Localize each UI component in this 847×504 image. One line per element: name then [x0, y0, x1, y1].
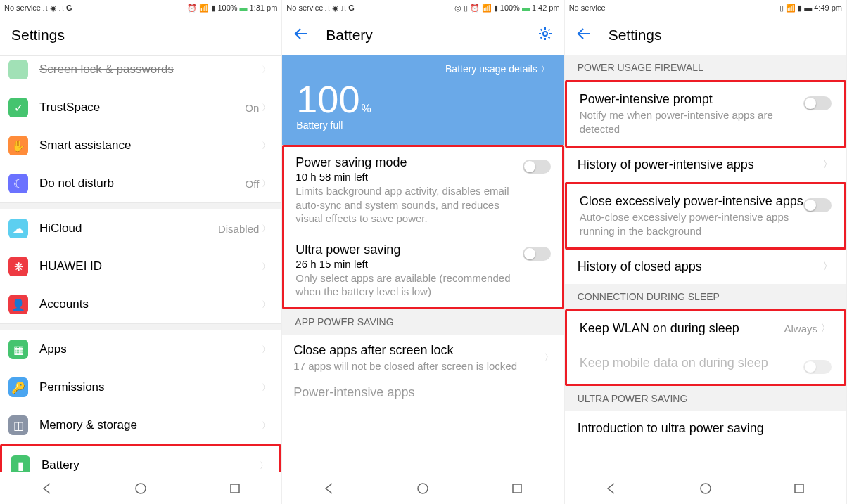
- chevron-right-icon: 〉: [820, 321, 832, 336]
- wifi-icon: 📶: [482, 4, 492, 13]
- gear-icon[interactable]: [537, 26, 553, 45]
- google-icon: G: [66, 4, 72, 12]
- ultra-power-saving[interactable]: Ultra power saving 26 h 15 min left Only…: [284, 234, 561, 307]
- status-bar: No service ⎍ ◉ ⎍ G ⏰ 📶 ▮ 100% ▬ 1:31 pm: [0, 0, 281, 15]
- usb-icon-2: ⎍: [341, 4, 346, 12]
- power-saving-mode[interactable]: Power saving mode 10 h 58 min left Limit…: [284, 147, 561, 234]
- hand-icon: ✋: [8, 136, 28, 155]
- cloud-icon: ☁: [8, 219, 28, 238]
- item-trustspace[interactable]: ✓TrustSpaceOn〉: [0, 89, 281, 127]
- highlight-box: Power saving mode 10 h 58 min left Limit…: [282, 145, 563, 309]
- highlight-box: Keep WLAN on during sleep Always 〉 Keep …: [565, 309, 846, 386]
- storage-icon: ◫: [8, 415, 28, 435]
- grid-icon: ▦: [8, 340, 28, 359]
- back-button[interactable]: [576, 26, 592, 45]
- battery-hero[interactable]: Battery usage details 〉 100% Battery ful…: [282, 55, 563, 145]
- settings-content[interactable]: POWER USAGE FIREWALL Power-intensive pro…: [565, 55, 846, 472]
- usb-icon: ⎍: [325, 4, 330, 12]
- clock: 1:42 pm: [532, 4, 560, 12]
- item-battery[interactable]: ▮Battery〉: [2, 446, 279, 472]
- nav-recent[interactable]: [785, 474, 813, 503]
- back-button[interactable]: [293, 26, 309, 45]
- usb-icon-2: ⎍: [59, 4, 64, 12]
- chevron-right-icon: 〉: [262, 140, 270, 152]
- page-title: Battery: [326, 27, 373, 44]
- signal-icon: ▮: [211, 4, 215, 13]
- nav-back[interactable]: [315, 474, 343, 503]
- battery-usage-details-link[interactable]: Battery usage details 〉: [296, 63, 549, 76]
- power-intensive-prompt[interactable]: Power-intensive promptNotify me when pow…: [567, 82, 844, 146]
- battery-icon: ▮: [11, 455, 30, 472]
- svg-point-3: [418, 484, 428, 493]
- battery-icon: ▬: [804, 4, 812, 12]
- signal-icon: ▮: [494, 4, 498, 13]
- keep-wlan-sleep[interactable]: Keep WLAN on during sleep Always 〉: [567, 311, 844, 346]
- section-power-usage-firewall: POWER USAGE FIREWALL: [565, 55, 846, 80]
- history-power-intensive[interactable]: History of power-intensive apps 〉: [565, 148, 846, 182]
- nav-home[interactable]: [127, 474, 155, 503]
- power-saving-toggle[interactable]: [523, 160, 551, 174]
- chevron-right-icon: 〉: [544, 351, 553, 363]
- nav-back[interactable]: [33, 474, 61, 503]
- svg-rect-1: [231, 484, 239, 493]
- chevron-right-icon: 〉: [262, 223, 270, 235]
- nav-bar: [565, 472, 846, 504]
- sync-icon: ◉: [50, 4, 57, 13]
- item-hicloud[interactable]: ☁HiCloudDisabled〉: [0, 209, 281, 247]
- usb-icon: ⎍: [43, 4, 48, 12]
- battery-percent: 100%: [217, 4, 237, 12]
- battery-icon: ▬: [522, 4, 530, 12]
- alarm-icon: ⏰: [187, 4, 197, 13]
- network-status: No service: [569, 4, 606, 12]
- intro-ultra-power[interactable]: Introduction to ultra power saving: [565, 411, 846, 439]
- screen-settings-main: No service ⎍ ◉ ⎍ G ⏰ 📶 ▮ 100% ▬ 1:31 pm …: [0, 0, 282, 504]
- signal-icon: ▮: [798, 4, 802, 13]
- nav-home[interactable]: [692, 474, 720, 503]
- highlight-box: ▮Battery〉: [0, 444, 281, 472]
- user-icon: 👤: [8, 295, 28, 314]
- battery-full-label: Battery full: [296, 119, 549, 131]
- close-excessive-toggle[interactable]: [803, 198, 832, 212]
- location-icon: ◎: [454, 4, 461, 13]
- network-status: No service: [286, 4, 323, 12]
- sync-icon: ◉: [332, 4, 339, 13]
- nav-recent[interactable]: [221, 474, 249, 503]
- title-bar: Battery: [282, 15, 563, 55]
- battery-icon: ▬: [240, 4, 248, 12]
- nav-home[interactable]: [409, 474, 437, 503]
- chevron-right-icon: 〉: [822, 259, 834, 274]
- battery-percent-large: 100: [296, 78, 359, 120]
- pip-toggle[interactable]: [803, 96, 832, 110]
- svg-point-0: [136, 484, 146, 493]
- network-status: No service: [4, 4, 41, 12]
- nav-back[interactable]: [597, 474, 625, 503]
- close-excessive-apps[interactable]: Close excessively power-intensive appsAu…: [567, 184, 844, 247]
- chevron-right-icon: 〉: [822, 157, 834, 172]
- settings-list[interactable]: Screen lock & passwords〉 ✓TrustSpaceOn〉 …: [0, 55, 281, 472]
- moon-icon: ☾: [8, 174, 28, 193]
- huawei-icon: ❋: [8, 257, 28, 276]
- ultra-power-toggle[interactable]: [523, 247, 551, 261]
- highlight-box: Power-intensive promptNotify me when pow…: [565, 80, 846, 148]
- item-apps[interactable]: ▦Apps〉: [0, 330, 281, 368]
- vibrate-icon: ▯: [779, 4, 784, 13]
- item-smart-assistance[interactable]: ✋Smart assistance〉: [0, 127, 281, 164]
- item-huawei-id[interactable]: ❋HUAWEI ID〉: [0, 247, 281, 285]
- power-intensive-apps-partial[interactable]: Power-intensive apps: [282, 381, 563, 400]
- page-title: Settings: [11, 27, 65, 44]
- chevron-right-icon: 〉: [262, 299, 270, 311]
- mobile-data-toggle: [803, 360, 832, 374]
- chevron-right-icon: 〉: [262, 420, 270, 432]
- screen-battery-settings: No service ▯ 📶 ▮ ▬ 4:49 pm Settings POWE…: [565, 0, 847, 504]
- nav-recent[interactable]: [503, 474, 531, 503]
- item-screen-lock[interactable]: Screen lock & passwords〉: [0, 55, 281, 89]
- item-permissions[interactable]: 🔑Permissions〉: [0, 368, 281, 406]
- history-closed-apps[interactable]: History of closed apps 〉: [565, 250, 846, 284]
- chevron-right-icon: 〉: [262, 261, 270, 273]
- close-apps-after-lock[interactable]: Close apps after screen lock 17 apps wil…: [282, 335, 563, 382]
- item-do-not-disturb[interactable]: ☾Do not disturbOff〉: [0, 164, 281, 202]
- battery-content[interactable]: Battery usage details 〉 100% Battery ful…: [282, 55, 563, 472]
- shield-icon: ✓: [8, 98, 28, 117]
- item-memory-storage[interactable]: ◫Memory & storage〉: [0, 406, 281, 444]
- item-accounts[interactable]: 👤Accounts〉: [0, 285, 281, 323]
